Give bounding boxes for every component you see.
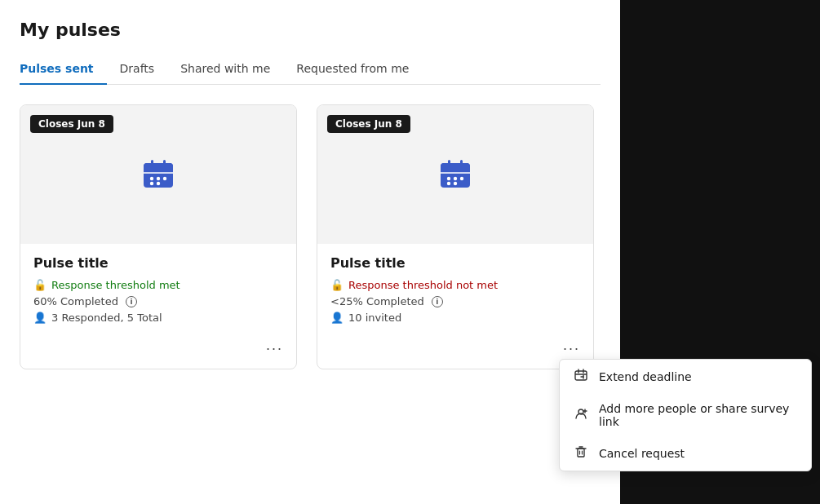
card-title-2: Pulse title	[330, 255, 580, 271]
context-menu-add-people[interactable]: Add more people or share survey link	[560, 394, 811, 436]
add-people-label: Add more people or share survey link	[599, 402, 798, 428]
more-button-1[interactable]: ···	[261, 337, 288, 360]
svg-point-18	[447, 182, 450, 185]
card-badge-1: Closes Jun 8	[30, 115, 113, 133]
cancel-request-label: Cancel request	[599, 447, 685, 460]
card-meta-2: 🔓 Response threshold not met <25% Comple…	[330, 279, 580, 324]
threshold-row-2: 🔓 Response threshold not met	[330, 279, 580, 291]
more-button-2[interactable]: ···	[558, 337, 585, 360]
svg-rect-2	[144, 168, 173, 173]
svg-point-19	[454, 182, 457, 185]
context-menu: Extend deadline Add more people or share…	[559, 359, 812, 471]
calendar-icon-1	[140, 157, 176, 192]
svg-point-15	[447, 177, 450, 180]
card-image-2: Closes Jun 8	[317, 105, 593, 244]
cards-container: Closes Jun 8 Puls	[20, 104, 601, 369]
completion-row-2: <25% Completed i	[330, 295, 580, 307]
respondents-label-1: 3 Responded, 5 Total	[51, 312, 162, 324]
pulse-card-1: Closes Jun 8 Puls	[20, 104, 297, 369]
svg-point-7	[150, 182, 153, 185]
card-footer-2: ···	[317, 334, 593, 369]
completion-row-1: 60% Completed i	[33, 295, 283, 307]
respondents-row-1: 👤 3 Responded, 5 Total	[33, 312, 283, 324]
svg-point-4	[150, 177, 153, 180]
tab-requested-from-me[interactable]: Requested from me	[296, 55, 422, 85]
card-badge-2: Closes Jun 8	[327, 115, 410, 133]
card-meta-1: 🔓 Response threshold met 60% Completed i…	[33, 279, 283, 324]
tab-pulses-sent[interactable]: Pulses sent	[20, 55, 107, 85]
svg-rect-31	[578, 449, 584, 457]
completion-label-2: <25% Completed	[330, 295, 424, 307]
card-title-1: Pulse title	[33, 255, 283, 271]
svg-rect-21	[460, 160, 463, 167]
people-icon-1: 👤	[33, 312, 47, 324]
add-people-icon	[573, 406, 589, 424]
threshold-label-2: Response threshold not met	[348, 279, 498, 291]
respondents-row-2: 👤 10 invited	[330, 312, 580, 324]
calendar-icon-2	[437, 157, 473, 192]
context-menu-cancel-request[interactable]: Cancel request	[560, 436, 811, 471]
pulse-card-2: Closes Jun 8 Pulse title	[317, 104, 594, 369]
card-body-2: Pulse title 🔓 Response threshold not met…	[317, 244, 593, 334]
tab-shared-with-me[interactable]: Shared with me	[180, 55, 283, 85]
tabs-nav: Pulses sent Drafts Shared with me Reques…	[20, 55, 601, 85]
card-image-1: Closes Jun 8	[20, 105, 296, 244]
svg-rect-13	[441, 168, 470, 173]
page-title: My pulses	[20, 20, 601, 40]
svg-rect-22	[575, 371, 587, 380]
context-menu-extend-deadline[interactable]: Extend deadline	[560, 360, 811, 394]
people-icon-2: 👤	[330, 312, 344, 324]
threshold-icon-2: 🔓	[330, 279, 344, 291]
info-icon-2: i	[432, 296, 443, 307]
svg-rect-9	[151, 160, 153, 167]
svg-rect-20	[448, 160, 450, 167]
completion-label-1: 60% Completed	[33, 295, 118, 307]
extend-deadline-label: Extend deadline	[599, 370, 692, 383]
svg-rect-10	[163, 160, 166, 167]
threshold-row-1: 🔓 Response threshold met	[33, 279, 283, 291]
tab-drafts[interactable]: Drafts	[120, 55, 168, 85]
svg-point-6	[163, 177, 166, 180]
cancel-request-icon	[573, 444, 589, 462]
card-body-1: Pulse title 🔓 Response threshold met 60%…	[20, 244, 296, 334]
svg-point-8	[157, 182, 160, 185]
respondents-label-2: 10 invited	[348, 312, 401, 324]
card-footer-1: ···	[20, 334, 296, 369]
svg-point-16	[454, 177, 457, 180]
threshold-icon-1: 🔓	[33, 279, 47, 291]
extend-deadline-icon	[573, 368, 589, 386]
svg-point-17	[460, 177, 463, 180]
svg-point-5	[157, 177, 160, 180]
info-icon-1: i	[126, 296, 137, 307]
threshold-label-1: Response threshold met	[51, 279, 180, 291]
